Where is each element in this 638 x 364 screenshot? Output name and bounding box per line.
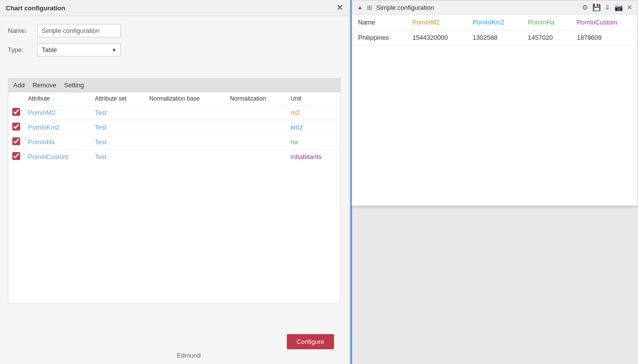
col-header-attribute: Attribute	[24, 92, 91, 105]
data-col-pom-custom: PomInCustom	[571, 15, 638, 30]
table-header-row: Attribute Attribute set Normalization ba…	[8, 92, 340, 105]
left-panel-header: Chart configuration ✕	[0, 0, 349, 16]
unit-cell: ha	[287, 135, 340, 150]
data-ha-cell: 1457020	[522, 30, 571, 45]
attr-name-cell: PomInKm2	[24, 120, 91, 135]
attr-set-link[interactable]: Test	[95, 138, 107, 146]
norm-cell	[226, 105, 287, 120]
col-header-checkbox	[8, 92, 24, 105]
chart-config-title: Chart configuration	[6, 4, 65, 12]
data-name-cell: Philippines	[352, 30, 407, 45]
col-header-normalization: Normalization	[226, 92, 287, 105]
attributes-toolbar: Add Remove Setting	[8, 78, 340, 92]
norm-cell	[226, 135, 287, 150]
attr-set-cell: Test	[91, 150, 145, 164]
data-col-name: Name	[352, 15, 407, 30]
attr-set-cell: Test	[91, 135, 145, 150]
data-km2-cell: 1302588	[467, 30, 522, 45]
attr-set-link[interactable]: Test	[95, 109, 107, 116]
name-label: Name:	[8, 27, 37, 34]
data-table: Name PomInM2 PomInKm2 PomInHa PomInCusto…	[352, 15, 638, 45]
attr-set-cell: Test	[91, 105, 145, 120]
bottom-text: Edmund	[177, 352, 200, 359]
attr-name-cell: PomInM2	[24, 105, 91, 120]
remove-button[interactable]: Remove	[32, 81, 56, 89]
attr-set-link[interactable]: Test	[95, 124, 107, 131]
configure-button[interactable]: Configure	[287, 334, 334, 349]
data-tbody: Philippines 1544320000 1302588 1457020 1…	[352, 30, 638, 45]
right-panel-header: ▲ ⊞ Simple configuration ⚙ 💾 ⇓ 📷 ✕	[352, 0, 638, 15]
add-button[interactable]: Add	[13, 81, 25, 89]
type-select[interactable]: Table	[37, 43, 121, 56]
row-checkbox[interactable]	[12, 137, 20, 145]
table-icon: ⊞	[367, 4, 372, 11]
attributes-table: Attribute Attribute set Normalization ba…	[8, 92, 340, 164]
attributes-tbody: PomInM2 Test m2 PomInKm2 Test km2 PomInH…	[8, 105, 340, 164]
attr-name-cell: PomInHa	[24, 135, 91, 150]
attr-name-link[interactable]: PomInKm2	[28, 124, 59, 131]
norm-base-cell	[145, 150, 226, 164]
data-col-pom-km2: PomInKm2	[467, 15, 522, 30]
right-panel: ▲ ⊞ Simple configuration ⚙ 💾 ⇓ 📷 ✕ Name …	[352, 0, 638, 206]
gear-icon[interactable]: ⚙	[582, 3, 588, 11]
left-panel-content: Name: Type: Table ▼	[0, 16, 349, 70]
col-header-normalization-base: Normalization base	[145, 92, 226, 105]
type-label: Type:	[8, 46, 37, 53]
data-col-pom-m2: PomInM2	[407, 15, 467, 30]
unit-cell: km2	[287, 120, 340, 135]
row-checkbox[interactable]	[12, 123, 20, 130]
data-custom-cell: 1878609	[571, 30, 638, 45]
left-panel: Chart configuration ✕ Name: Type: Table …	[0, 0, 349, 364]
unit-cell: inhabitants	[287, 150, 340, 164]
attr-name-link[interactable]: PomInCustom	[28, 153, 68, 160]
save-icon[interactable]: 💾	[592, 3, 601, 11]
attr-name-link[interactable]: PomInHa	[28, 138, 55, 146]
table-row: PomInHa Test ha	[8, 135, 340, 150]
col-header-attribute-set: Attribute set	[91, 92, 145, 105]
attr-set-link[interactable]: Test	[95, 153, 107, 160]
data-table-header-row: Name PomInM2 PomInKm2 PomInHa PomInCusto…	[352, 15, 638, 30]
attr-set-cell: Test	[91, 120, 145, 135]
row-checkbox[interactable]	[12, 152, 20, 160]
data-row: Philippines 1544320000 1302588 1457020 1…	[352, 30, 638, 45]
table-row: PomInCustom Test inhabitants	[8, 150, 340, 164]
unit-cell: m2	[287, 105, 340, 120]
table-row: PomInM2 Test m2	[8, 105, 340, 120]
setting-button[interactable]: Setting	[64, 81, 84, 89]
close-left-button[interactable]: ✕	[336, 4, 343, 12]
collapse-icon[interactable]: ▲	[357, 4, 363, 11]
table-row: PomInKm2 Test km2	[8, 120, 340, 135]
right-panel-title: Simple configuration	[376, 4, 578, 11]
data-m2-cell: 1544320000	[407, 30, 467, 45]
camera-icon[interactable]: 📷	[614, 3, 623, 11]
row-checkbox[interactable]	[12, 108, 20, 116]
col-header-unit: Unit	[287, 92, 340, 105]
norm-base-cell	[145, 135, 226, 150]
download-icon[interactable]: ⇓	[605, 3, 610, 11]
norm-cell	[226, 120, 287, 135]
attributes-section: Add Remove Setting Attribute Attribute s…	[8, 78, 341, 304]
norm-base-cell	[145, 105, 226, 120]
attr-name-cell: PomInCustom	[24, 150, 91, 164]
right-panel-body: Name PomInM2 PomInKm2 PomInHa PomInCusto…	[352, 15, 638, 45]
checkbox-cell[interactable]	[8, 150, 24, 164]
name-row: Name:	[8, 24, 341, 37]
checkbox-cell[interactable]	[8, 135, 24, 150]
checkbox-cell[interactable]	[8, 120, 24, 135]
name-input[interactable]	[37, 24, 121, 37]
type-row: Type: Table ▼	[8, 43, 341, 56]
norm-cell	[226, 150, 287, 164]
attr-name-link[interactable]: PomInM2	[28, 109, 55, 116]
type-select-container: Table ▼	[37, 43, 121, 56]
norm-base-cell	[145, 120, 226, 135]
close-right-button[interactable]: ✕	[627, 3, 633, 11]
checkbox-cell[interactable]	[8, 105, 24, 120]
data-col-pom-ha: PomInHa	[522, 15, 571, 30]
